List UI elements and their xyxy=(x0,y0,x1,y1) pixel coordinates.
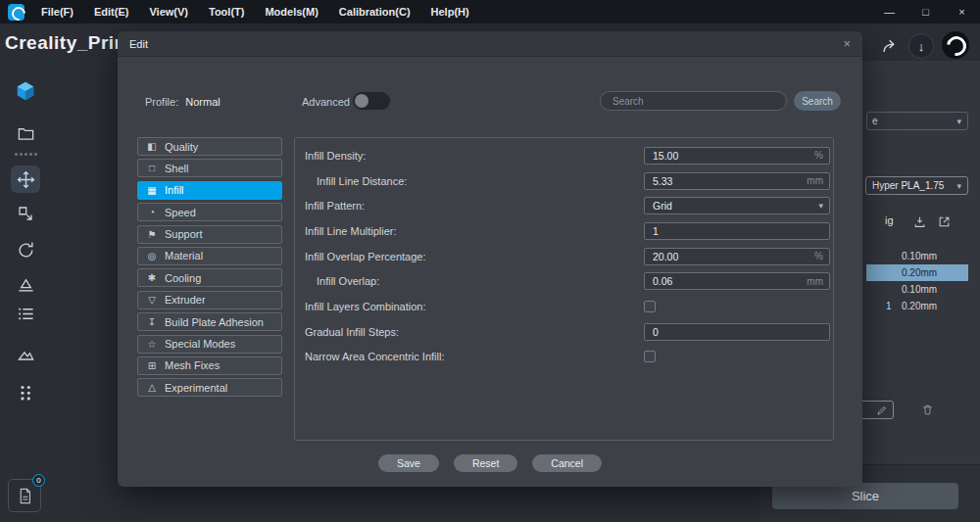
category-special-modes[interactable]: ☆Special Modes xyxy=(137,335,282,354)
profile-row[interactable]: 1 0.20mm xyxy=(866,298,968,314)
setting-row: Narrow Area Concentric Infill: xyxy=(305,345,830,370)
printer-select-text: e xyxy=(872,116,878,126)
toggle-knob xyxy=(355,94,368,108)
sidebar-item-object-list[interactable] xyxy=(11,300,40,327)
maximize-button[interactable]: □ xyxy=(907,0,944,24)
star-icon: ☆ xyxy=(146,339,158,350)
infill-overlap-input[interactable]: 0.06mm xyxy=(644,272,830,290)
menu-calibration[interactable]: Calibration(C) xyxy=(339,6,411,18)
adhesion-icon: ↧ xyxy=(146,316,158,327)
sidebar-item-support[interactable] xyxy=(11,340,40,367)
material-select[interactable]: Hyper PLA_1.75 xyxy=(865,176,968,195)
menu-help[interactable]: Help(H) xyxy=(431,6,469,18)
sidebar-item-scale[interactable] xyxy=(11,200,40,227)
category-experimental[interactable]: △Experimental xyxy=(137,378,282,397)
app-window: File(F) Edit(E) View(V) Tool(T) Models(M… xyxy=(0,0,980,522)
import-config-button[interactable] xyxy=(911,214,927,229)
setting-row: Infill Pattern: Grid xyxy=(305,193,830,218)
infill-density-input[interactable]: 15.00% xyxy=(644,147,830,165)
menu-file[interactable]: File(F) xyxy=(41,6,74,18)
profile-row[interactable]: 0.10mm xyxy=(866,248,968,264)
page-title: Creality_Prin xyxy=(5,32,126,54)
menu-view[interactable]: View(V) xyxy=(149,6,188,18)
profile-row-value: 0.10mm xyxy=(902,251,937,261)
material-icon: ◎ xyxy=(146,251,158,261)
reset-button[interactable]: Reset xyxy=(454,454,517,472)
sidebar-item-rotate[interactable] xyxy=(11,236,40,263)
infill-line-distance-input[interactable]: 5.33mm xyxy=(644,172,830,190)
cooling-icon: ✱ xyxy=(146,272,158,283)
slice-button[interactable]: Slice xyxy=(772,483,958,509)
gradual-infill-steps-input[interactable]: 0 xyxy=(644,323,830,341)
category-infill[interactable]: ▦Infill xyxy=(137,181,282,200)
creality-logo-icon xyxy=(8,4,24,21)
category-cooling[interactable]: ✱Cooling xyxy=(137,268,282,287)
setting-row: Infill Overlap Percentage: 20.00% xyxy=(305,244,830,269)
setting-row: Gradual Infill Steps: 0 xyxy=(305,319,830,345)
menu-edit[interactable]: Edit(E) xyxy=(94,6,128,18)
sidebar-item-open-file[interactable] xyxy=(11,119,40,147)
save-button[interactable]: Save xyxy=(378,454,439,472)
delete-profile-button[interactable] xyxy=(919,402,935,417)
scale-icon xyxy=(17,205,34,222)
category-shell[interactable]: □Shell xyxy=(137,159,282,177)
profile-row-value: 0.10mm xyxy=(902,284,937,295)
minimize-button[interactable]: — xyxy=(871,0,907,24)
sidebar-item-model-view[interactable] xyxy=(11,77,40,105)
category-quality[interactable]: ◧Quality xyxy=(137,137,282,156)
sidebar-separator xyxy=(15,153,37,156)
advanced-label: Advanced xyxy=(302,96,350,108)
quality-icon: ◧ xyxy=(146,141,158,152)
search-button[interactable]: Search xyxy=(794,91,841,111)
flask-icon: △ xyxy=(146,382,158,393)
category-build-plate-adhesion[interactable]: ↧Build Plate Adhesion xyxy=(137,312,282,331)
setting-row: Infill Layers Combination: xyxy=(305,294,830,319)
category-speed[interactable]: ◔Speed xyxy=(137,203,282,221)
dots-grid-icon xyxy=(18,384,34,401)
titlebar: File(F) Edit(E) View(V) Tool(T) Models(M… xyxy=(0,0,980,24)
profile-row: Profile:Normal xyxy=(145,96,220,108)
forward-arrow-icon xyxy=(881,37,900,56)
share-button[interactable] xyxy=(880,36,900,56)
infill-layers-combination-checkbox[interactable] xyxy=(644,301,656,312)
advanced-toggle[interactable] xyxy=(353,92,390,110)
search-input[interactable] xyxy=(600,91,787,111)
category-material[interactable]: ◎Material xyxy=(137,247,282,265)
printer-select[interactable]: e xyxy=(866,112,968,130)
document-icon xyxy=(17,488,33,504)
menu-models[interactable]: Models(M) xyxy=(265,6,318,18)
narrow-area-concentric-infill-checkbox[interactable] xyxy=(644,351,656,362)
sidebar-item-move[interactable] xyxy=(11,166,40,193)
category-mesh-fixes[interactable]: ⊞Mesh Fixes xyxy=(137,356,282,375)
close-button[interactable]: × xyxy=(944,0,980,24)
profile-row-value: 0.20mm xyxy=(902,267,937,278)
speed-icon: ◔ xyxy=(146,207,158,217)
dialog-title: Edit xyxy=(129,38,148,50)
export-config-button[interactable] xyxy=(936,214,952,229)
file-list-button[interactable]: 0 xyxy=(8,479,41,512)
settings-panel: Infill Density: 15.00% Infill Line Dista… xyxy=(294,137,834,441)
category-support[interactable]: ⚑Support xyxy=(137,225,282,244)
infill-pattern-select[interactable]: Grid xyxy=(644,197,830,214)
list-icon xyxy=(17,305,35,323)
menu-tool[interactable]: Tool(T) xyxy=(209,6,244,18)
support-icon xyxy=(17,345,35,363)
export-icon xyxy=(938,215,951,228)
cancel-button[interactable]: Cancel xyxy=(532,454,602,472)
sidebar-item-pattern[interactable] xyxy=(11,378,40,405)
category-list: ◧Quality □Shell ▦Infill ◔Speed ⚑Support … xyxy=(137,137,282,401)
download-button[interactable]: ↓ xyxy=(908,33,934,59)
dialog-header[interactable]: Edit × xyxy=(118,31,862,57)
profile-row[interactable]: 0.10mm xyxy=(866,281,968,298)
dialog-footer: Save Reset Cancel xyxy=(118,454,862,472)
infill-line-multiplier-input[interactable]: 1 xyxy=(644,222,830,240)
lay-flat-icon xyxy=(17,275,35,294)
category-extruder[interactable]: ▽Extruder xyxy=(137,291,282,309)
edit-dialog: Edit × Profile:Normal Advanced Search ◧Q… xyxy=(118,31,862,487)
infill-overlap-percentage-input[interactable]: 20.00% xyxy=(644,248,830,265)
process-config-title: ig xyxy=(885,214,894,226)
dialog-close-icon[interactable]: × xyxy=(843,36,851,51)
sidebar-item-lay-flat[interactable] xyxy=(11,270,40,298)
profile-row-selected[interactable]: 0.20mm xyxy=(866,264,968,281)
user-avatar[interactable] xyxy=(942,31,969,59)
